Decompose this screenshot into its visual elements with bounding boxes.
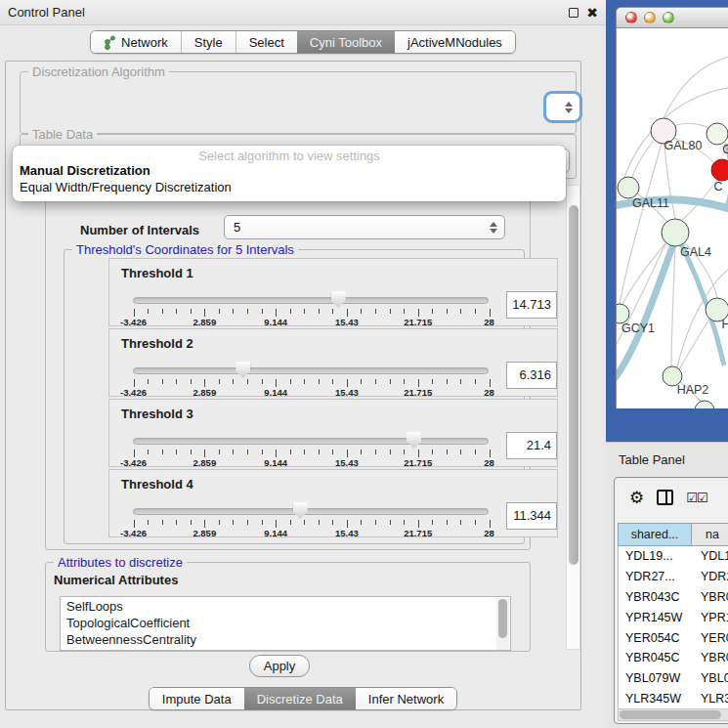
tab-label: Infer Network [368, 692, 444, 707]
minimize-traffic-light[interactable] [644, 12, 656, 23]
slider-tick [460, 379, 461, 384]
dropdown-hint-item[interactable]: Select algorithm to view settings [13, 146, 566, 162]
cell-name: YBL0 [693, 671, 728, 685]
network-node[interactable] [695, 401, 714, 408]
slider-tick [390, 309, 391, 314]
threshold-value-field[interactable]: 14.713 [506, 291, 557, 319]
tab-select[interactable]: Select [236, 31, 297, 53]
tab-jactivemnodules[interactable]: jActiveMNodules [395, 31, 515, 53]
discretization-algorithm-title: Discretization Algorithm [28, 64, 169, 79]
table-panel-window: ⚙ ☑☑ shared... na YDL19...YDL1YDR27...YD… [614, 477, 728, 724]
float-window-icon[interactable] [569, 8, 578, 18]
attribute-item[interactable]: BetweennessCentrality [66, 632, 510, 649]
numerical-attributes-list[interactable]: SelfLoopsTopologicalCoefficientBetweenne… [60, 596, 511, 651]
slider-tick [148, 309, 149, 314]
panel-vertical-scrollbar[interactable] [566, 185, 580, 650]
attribute-item[interactable]: SelfLoops [66, 599, 510, 616]
slider-tick [375, 309, 376, 314]
close-icon[interactable]: ✖ [586, 8, 598, 18]
table-row[interactable]: YER054CYER0 [619, 627, 728, 648]
threshold-row: Threshold 2 6.316 -3.4262.8599.14415.432… [108, 328, 558, 397]
network-node[interactable] [707, 123, 728, 145]
network-node[interactable] [662, 219, 689, 246]
slider-tick [447, 520, 448, 525]
slider-tick-label: -3.426 [120, 317, 147, 327]
slider-tick-label: 2.859 [193, 317, 216, 327]
dropdown-item[interactable]: Equal Width/Frequency Discretization [13, 179, 566, 195]
table-row[interactable]: YBL079WYBL0 [619, 668, 728, 689]
slider-tick-label: 28 [484, 457, 494, 468]
threshold-row: Threshold 4 11.344 -3.4262.8599.14415.43… [108, 469, 558, 537]
table-row[interactable]: YPR145WYPR1 [619, 607, 728, 627]
tab-label: Style [194, 35, 223, 50]
tab-infer-network[interactable]: Infer Network [356, 688, 456, 709]
attributes-scrollbar[interactable] [496, 598, 509, 651]
zoom-traffic-light[interactable] [663, 12, 674, 23]
number-of-intervals-combobox[interactable]: 5 [224, 215, 505, 239]
dropdown-item[interactable]: Manual Discretization [13, 162, 566, 179]
network-node-label: C [713, 180, 722, 193]
threshold-slider-track[interactable] [133, 367, 489, 374]
slider-tick-label: 21.715 [404, 317, 432, 327]
tab-discretize-data[interactable]: Discretize Data [244, 688, 356, 709]
threshold-slider-track[interactable] [133, 508, 489, 515]
slider-tick [347, 450, 348, 457]
slider-tick-label: 21.715 [404, 387, 432, 398]
tab-style[interactable]: Style [181, 31, 236, 53]
threshold-value-field[interactable]: 6.316 [506, 362, 557, 389]
threshold-slider-thumb[interactable] [407, 432, 421, 449]
threshold-value-field[interactable]: 21.4 [506, 432, 557, 459]
columns-icon[interactable] [657, 490, 673, 505]
slider-tick [332, 520, 333, 525]
slider-tick [162, 379, 163, 384]
network-canvas[interactable]: GAL80GCGAL11GAL4GCY1HHAP2 [616, 28, 728, 408]
checkbox-icons[interactable]: ☑☑ [686, 491, 707, 505]
slider-tick-label: 9.144 [264, 528, 287, 538]
tab-network[interactable]: Network [91, 31, 181, 53]
table-row[interactable]: YDR27...YDR2 [619, 567, 728, 587]
threshold-value-field[interactable]: 11.344 [506, 502, 557, 530]
column-header-shared[interactable]: shared... [618, 523, 692, 546]
network-node[interactable] [711, 159, 728, 181]
slider-tick [233, 309, 234, 314]
threshold-slider-thumb[interactable] [293, 502, 308, 519]
attributes-title: Attributes to discretize [54, 555, 187, 570]
slider-tick [432, 309, 433, 314]
column-header-name[interactable]: na [692, 523, 728, 546]
slider-tick [319, 450, 320, 454]
slider-tick [134, 379, 135, 387]
threshold-label: Threshold 4 [121, 477, 193, 492]
threshold-slider-thumb[interactable] [236, 362, 250, 378]
panel-scrollbar-thumb[interactable] [569, 205, 578, 565]
table-scrollbar-thumb[interactable] [620, 710, 721, 719]
apply-button[interactable]: Apply [249, 655, 310, 677]
attribute-item[interactable]: TopologicalCoefficient [66, 616, 510, 632]
tab-impute-data[interactable]: Impute Data [150, 688, 244, 709]
slider-tick [262, 309, 263, 314]
table-row[interactable]: YDL19...YDL1 [619, 546, 728, 567]
table-row[interactable]: YLR345WYLR3 [619, 689, 728, 708]
slider-tick [276, 309, 277, 317]
slider-tick-label: 9.144 [264, 317, 287, 327]
cell-name: YBR0 [693, 590, 728, 604]
slider-tick [390, 520, 391, 525]
table-row[interactable]: YBR045CYBR0 [619, 648, 728, 668]
slider-tick [247, 309, 248, 314]
network-node[interactable] [618, 177, 639, 198]
network-node-label: GAL11 [632, 196, 669, 210]
top-tab-group: NetworkStyleSelectCyni ToolboxjActiveMNo… [90, 30, 516, 54]
threshold-slider-track[interactable] [133, 297, 489, 304]
threshold-slider-track[interactable] [133, 438, 489, 445]
threshold-slider-thumb[interactable] [331, 291, 346, 308]
table-horizontal-scrollbar[interactable] [618, 708, 728, 721]
tab-label: Cyni Toolbox [310, 35, 382, 50]
gear-icon[interactable]: ⚙ [629, 488, 644, 507]
algorithm-combo-stepper[interactable] [546, 94, 579, 120]
network-node[interactable] [617, 304, 629, 323]
table-row[interactable]: YBR043CYBR0 [619, 587, 728, 608]
close-traffic-light[interactable] [625, 12, 637, 23]
slider-tick [404, 450, 405, 454]
slider-tick [347, 520, 348, 528]
tab-cyni-toolbox[interactable]: Cyni Toolbox [297, 31, 395, 53]
attributes-scrollbar-thumb[interactable] [498, 599, 507, 638]
